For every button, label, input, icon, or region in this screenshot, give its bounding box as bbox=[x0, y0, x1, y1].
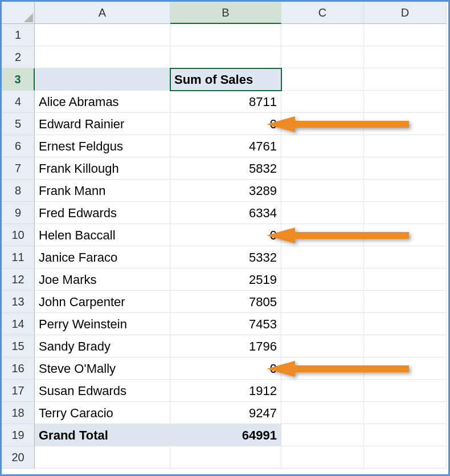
cell-C2[interactable] bbox=[281, 46, 364, 68]
cell-D16[interactable] bbox=[364, 357, 447, 380]
row-header-17[interactable]: 17 bbox=[2, 380, 35, 402]
cell-D20[interactable] bbox=[364, 446, 447, 469]
row-header-15[interactable]: 15 bbox=[2, 335, 35, 357]
cell-B16[interactable]: 0 bbox=[170, 357, 281, 380]
cell-D1[interactable] bbox=[364, 24, 447, 46]
cell-B2[interactable] bbox=[170, 46, 281, 68]
row-header-12[interactable]: 12 bbox=[2, 268, 35, 291]
cell-B11[interactable]: 5332 bbox=[170, 246, 281, 268]
column-header-B[interactable]: B bbox=[170, 2, 281, 24]
cell-B19[interactable]: 64991 bbox=[170, 424, 281, 446]
row-header-7[interactable]: 7 bbox=[2, 157, 35, 180]
cell-B9[interactable]: 6334 bbox=[170, 202, 281, 224]
cell-C11[interactable] bbox=[281, 246, 364, 268]
cell-B4[interactable]: 8711 bbox=[170, 91, 281, 113]
select-all-corner[interactable] bbox=[2, 2, 35, 24]
row-header-18[interactable]: 18 bbox=[2, 402, 35, 424]
cell-C8[interactable] bbox=[281, 180, 364, 202]
cell-A2[interactable] bbox=[35, 46, 170, 68]
cell-C4[interactable] bbox=[281, 91, 364, 113]
cell-D17[interactable] bbox=[364, 380, 447, 402]
cell-A17[interactable]: Susan Edwards bbox=[35, 380, 170, 402]
cell-C20[interactable] bbox=[281, 446, 364, 469]
row-header-20[interactable]: 20 bbox=[2, 446, 35, 469]
cell-A18[interactable]: Terry Caracio bbox=[35, 402, 170, 424]
cell-B8[interactable]: 3289 bbox=[170, 180, 281, 202]
cell-A19[interactable]: Grand Total bbox=[35, 424, 170, 446]
cell-C12[interactable] bbox=[281, 268, 364, 291]
cell-D6[interactable] bbox=[364, 135, 447, 157]
cell-C7[interactable] bbox=[281, 157, 364, 180]
cell-A7[interactable]: Frank Killough bbox=[35, 157, 170, 180]
cell-D11[interactable] bbox=[364, 246, 447, 268]
cell-B12[interactable]: 2519 bbox=[170, 268, 281, 291]
cell-B7[interactable]: 5832 bbox=[170, 157, 281, 180]
cell-A10[interactable]: Helen Baccall bbox=[35, 224, 170, 246]
cell-D3[interactable] bbox=[364, 68, 447, 91]
row-header-13[interactable]: 13 bbox=[2, 291, 35, 313]
cell-A1[interactable] bbox=[35, 24, 170, 46]
cell-C15[interactable] bbox=[281, 335, 364, 357]
row-header-8[interactable]: 8 bbox=[2, 180, 35, 202]
row-header-2[interactable]: 2 bbox=[2, 46, 35, 68]
cell-D8[interactable] bbox=[364, 180, 447, 202]
cell-C14[interactable] bbox=[281, 313, 364, 335]
cell-D14[interactable] bbox=[364, 313, 447, 335]
cell-B20[interactable] bbox=[170, 446, 281, 469]
cell-D4[interactable] bbox=[364, 91, 447, 113]
row-header-9[interactable]: 9 bbox=[2, 202, 35, 224]
cell-D18[interactable] bbox=[364, 402, 447, 424]
column-header-A[interactable]: A bbox=[35, 2, 170, 24]
cell-D9[interactable] bbox=[364, 202, 447, 224]
cell-C17[interactable] bbox=[281, 380, 364, 402]
cell-B13[interactable]: 7805 bbox=[170, 291, 281, 313]
cell-B18[interactable]: 9247 bbox=[170, 402, 281, 424]
cell-C18[interactable] bbox=[281, 402, 364, 424]
row-header-16[interactable]: 16 bbox=[2, 357, 35, 380]
cell-A5[interactable]: Edward Rainier bbox=[35, 113, 170, 135]
cell-A14[interactable]: Perry Weinstein bbox=[35, 313, 170, 335]
cell-A12[interactable]: Joe Marks bbox=[35, 268, 170, 291]
row-header-14[interactable]: 14 bbox=[2, 313, 35, 335]
row-header-4[interactable]: 4 bbox=[2, 91, 35, 113]
cell-A4[interactable]: Alice Abramas bbox=[35, 91, 170, 113]
cell-B6[interactable]: 4761 bbox=[170, 135, 281, 157]
cell-A8[interactable]: Frank Mann bbox=[35, 180, 170, 202]
row-header-6[interactable]: 6 bbox=[2, 135, 35, 157]
cell-C19[interactable] bbox=[281, 424, 364, 446]
cell-D13[interactable] bbox=[364, 291, 447, 313]
row-header-11[interactable]: 11 bbox=[2, 246, 35, 268]
cell-A3[interactable] bbox=[35, 68, 170, 91]
cell-A16[interactable]: Steve O'Mally bbox=[35, 357, 170, 380]
cell-A13[interactable]: John Carpenter bbox=[35, 291, 170, 313]
cell-C10[interactable] bbox=[281, 224, 364, 246]
cell-B10[interactable]: 0 bbox=[170, 224, 281, 246]
cell-D15[interactable] bbox=[364, 335, 447, 357]
row-header-3[interactable]: 3 bbox=[2, 68, 35, 91]
row-header-10[interactable]: 10 bbox=[2, 224, 35, 246]
cell-B5[interactable]: 0 bbox=[170, 113, 281, 135]
row-header-19[interactable]: 19 bbox=[2, 424, 35, 446]
cell-D5[interactable] bbox=[364, 113, 447, 135]
cell-D7[interactable] bbox=[364, 157, 447, 180]
cell-B15[interactable]: 1796 bbox=[170, 335, 281, 357]
column-header-D[interactable]: D bbox=[364, 2, 447, 24]
cell-B3[interactable]: Sum of Sales bbox=[170, 68, 281, 91]
cell-D19[interactable] bbox=[364, 424, 447, 446]
cell-A20[interactable] bbox=[35, 446, 170, 469]
column-header-C[interactable]: C bbox=[281, 2, 364, 24]
cell-B1[interactable] bbox=[170, 24, 281, 46]
row-header-5[interactable]: 5 bbox=[2, 113, 35, 135]
cell-B14[interactable]: 7453 bbox=[170, 313, 281, 335]
cell-C3[interactable] bbox=[281, 68, 364, 91]
cell-D12[interactable] bbox=[364, 268, 447, 291]
cell-A11[interactable]: Janice Faraco bbox=[35, 246, 170, 268]
row-header-1[interactable]: 1 bbox=[2, 24, 35, 46]
cell-A15[interactable]: Sandy Brady bbox=[35, 335, 170, 357]
cell-C5[interactable] bbox=[281, 113, 364, 135]
cell-B17[interactable]: 1912 bbox=[170, 380, 281, 402]
cell-A6[interactable]: Ernest Feldgus bbox=[35, 135, 170, 157]
cell-C16[interactable] bbox=[281, 357, 364, 380]
cell-C6[interactable] bbox=[281, 135, 364, 157]
cell-A9[interactable]: Fred Edwards bbox=[35, 202, 170, 224]
